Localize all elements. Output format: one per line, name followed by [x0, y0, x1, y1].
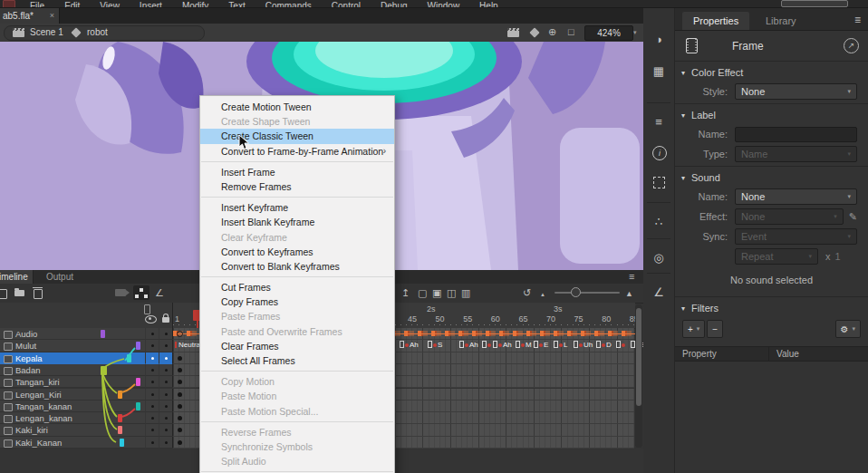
loop-frames-icon[interactable]: ▢ — [418, 286, 427, 299]
breadcrumb-scene[interactable]: Scene 1 — [30, 27, 63, 37]
panel-scene-graph-icon[interactable]: ∠ — [643, 285, 674, 299]
add-filter-button[interactable]: + ▾ — [682, 320, 705, 338]
section-color-effect[interactable]: ▾ Color Effect — [675, 63, 868, 82]
layer-lock-toggle[interactable] — [159, 364, 172, 376]
lip-sync-keyframe[interactable]: L — [554, 341, 567, 351]
lip-sync-keyframe[interactable] — [616, 341, 626, 351]
lip-sync-keyframe[interactable]: Uh — [574, 341, 593, 351]
menu-help[interactable]: Help — [469, 1, 508, 8]
center-frame-icon[interactable]: ⊕ — [548, 26, 556, 38]
layer-name[interactable]: Tangan_kanan — [0, 401, 98, 412]
menu-text[interactable]: Text — [218, 1, 255, 8]
menu-item-convert-to-blank-keyframes[interactable]: Convert to Blank Keyframes — [200, 259, 394, 274]
lip-sync-keyframe[interactable]: S — [428, 341, 442, 351]
lip-sync-keyframe[interactable]: Ah — [493, 341, 512, 351]
menu-commands[interactable]: Commands — [256, 1, 322, 8]
panel-swatches-icon[interactable]: ▦ — [643, 64, 674, 78]
layer-lock-toggle[interactable] — [159, 412, 172, 424]
layer-name[interactable]: Audio — [0, 328, 98, 340]
panel-align-icon[interactable]: ≡ — [643, 115, 674, 129]
chevron-down-icon[interactable]: ▾ — [633, 29, 637, 36]
tab-output[interactable]: Output — [36, 270, 83, 284]
eye-icon[interactable] — [145, 315, 157, 323]
layer-visibility-toggle[interactable] — [145, 328, 159, 340]
breadcrumb-symbol[interactable]: robot — [87, 27, 108, 37]
lip-sync-keyframe[interactable]: D — [596, 341, 612, 351]
menu-control[interactable]: Control — [322, 1, 371, 8]
layer-lock-toggle[interactable] — [159, 401, 172, 412]
menu-item-insert-frame[interactable]: Insert Frame — [200, 165, 394, 179]
lock-icon[interactable] — [162, 317, 169, 323]
layer-visibility-toggle[interactable] — [145, 352, 159, 364]
layer-visibility-toggle[interactable] — [145, 376, 159, 388]
close-icon[interactable]: × — [50, 8, 54, 24]
zoom-level-select[interactable]: 424% — [584, 25, 633, 41]
panel-menu-icon[interactable]: ≡ — [854, 14, 861, 26]
section-sound[interactable]: ▾ Sound — [675, 169, 868, 187]
tab-properties[interactable]: Properties — [682, 12, 749, 30]
tab-library[interactable]: Library — [755, 12, 807, 30]
panel-cc-libraries-icon[interactable]: ◎ — [643, 251, 674, 265]
layer-lock-toggle[interactable] — [159, 328, 172, 340]
layer-name[interactable]: Mulut — [0, 340, 98, 352]
document-tab[interactable]: ab5.fla* × — [0, 8, 60, 24]
edit-scene-icon[interactable] — [507, 28, 519, 37]
delete-layer-icon[interactable] — [34, 289, 43, 299]
layer-lock-toggle[interactable] — [159, 376, 172, 388]
lip-sync-keyframe[interactable] — [482, 341, 492, 351]
menu-item-clear-frames[interactable]: Clear Frames — [200, 339, 394, 353]
menu-item-create-motion-tween[interactable]: Create Motion Tween — [200, 100, 394, 114]
layer-visibility-toggle[interactable] — [145, 340, 159, 352]
zoom-out-timeline-icon[interactable]: ▲ — [540, 288, 545, 301]
clip-content-icon[interactable]: □ — [568, 26, 574, 37]
menu-item-cut-frames[interactable]: Cut Frames — [200, 280, 394, 294]
menu-modify[interactable]: Modify — [172, 1, 218, 8]
style-select[interactable]: None ▾ — [735, 83, 857, 100]
new-layer-icon[interactable] — [0, 289, 7, 299]
menu-edit[interactable]: Edit — [54, 1, 90, 8]
timeline-zoom-knob[interactable] — [571, 287, 581, 297]
lip-sync-keyframe[interactable]: E — [534, 341, 548, 351]
layer-name[interactable]: Lengan_kanan — [0, 412, 98, 424]
layer-visibility-toggle[interactable] — [145, 412, 159, 424]
menu-window[interactable]: Window — [418, 1, 470, 8]
filter-options-button[interactable]: ⚙ ▾ — [835, 320, 861, 338]
menu-debug[interactable]: Debug — [371, 1, 417, 8]
layer-lock-toggle[interactable] — [159, 340, 172, 352]
tab-timeline[interactable]: Timeline — [0, 270, 34, 284]
menu-item-create-classic-tween[interactable]: Create Classic Tween — [200, 129, 394, 143]
layer-name[interactable]: Kaki_kiri — [0, 424, 98, 436]
menu-file[interactable]: File — [20, 1, 54, 8]
lip-sync-keyframe[interactable]: Ah — [400, 341, 419, 351]
menu-item-insert-keyframe[interactable]: Insert Keyframe — [200, 200, 394, 215]
menu-item-convert-to-keyframes[interactable]: Convert to Keyframes — [200, 245, 394, 259]
circle-arrow-icon[interactable]: ↗ — [844, 38, 859, 53]
menu-item-remove-frames[interactable]: Remove Frames — [200, 179, 394, 194]
layer-name[interactable]: Kepala — [0, 352, 98, 364]
edit-multiple-frames-icon[interactable]: ▥ — [461, 286, 470, 299]
layer-lock-toggle[interactable] — [159, 352, 172, 364]
menu-insert[interactable]: Insert — [130, 1, 172, 8]
loop-playback-icon[interactable]: ↺ — [523, 286, 531, 299]
menu-view[interactable]: View — [90, 1, 130, 8]
timeline-zoom-slider[interactable] — [555, 292, 620, 294]
layer-visibility-toggle[interactable] — [145, 437, 159, 449]
section-label[interactable]: ▾ Label — [675, 106, 868, 124]
edit-symbols-icon[interactable] — [529, 27, 539, 37]
layer-depth-icon[interactable]: ∠ — [155, 286, 164, 299]
workspace-switcher[interactable] — [781, 0, 848, 7]
onion-outline-icon[interactable]: ◫ — [447, 286, 456, 299]
remove-filter-button[interactable]: − — [707, 320, 723, 338]
layer-visibility-toggle[interactable] — [145, 424, 159, 436]
panel-transform-icon[interactable] — [653, 177, 665, 188]
layer-name[interactable]: Kaki_Kanan — [0, 437, 98, 449]
panel-info-icon[interactable]: i — [652, 146, 667, 160]
layer-lock-toggle[interactable] — [159, 437, 172, 449]
section-filters[interactable]: ▾ Filters — [675, 299, 868, 317]
layer-name[interactable]: Badan — [0, 364, 98, 376]
layer-name[interactable]: Lengan_Kiri — [0, 389, 98, 401]
label-name-input[interactable] — [735, 127, 857, 142]
show-parenting-view-icon[interactable] — [133, 285, 149, 300]
menu-item-insert-blank-keyframe[interactable]: Insert Blank Keyframe — [200, 215, 394, 229]
export-frames-icon[interactable]: ↥ — [401, 286, 410, 299]
